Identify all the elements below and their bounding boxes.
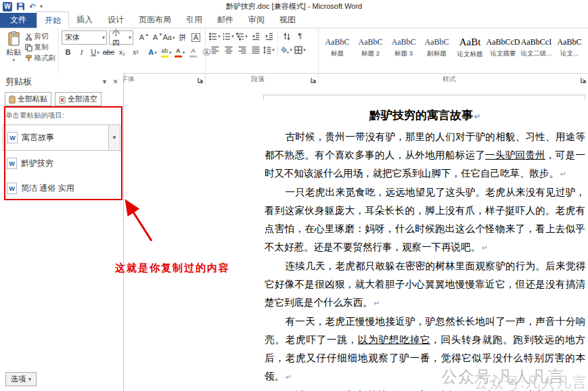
style-name: 标题 2: [361, 49, 380, 58]
clipboard-item-label: 黔驴技穷: [21, 158, 53, 169]
titlebar: W ↶ ▾ 黔驴技穷.doc [兼容模式] - Microsoft Word: [0, 0, 588, 13]
tab-home[interactable]: 开始: [37, 12, 69, 28]
document-paragraphs: 古时候，贵州一带没有驴，那里的人们对于驴的相貌、习性、用途等都不熟悉。有个喜欢多…: [265, 128, 585, 391]
clipboard-item-dropdown-icon[interactable]: ▼: [108, 125, 120, 150]
pane-menu-icon[interactable]: ▼: [101, 78, 108, 85]
tab-insert[interactable]: 插入: [69, 12, 100, 28]
clipboard-item[interactable]: W寓言故事▼: [3, 124, 120, 151]
cut-icon: [25, 33, 32, 41]
copy-icon: [25, 44, 32, 51]
paste-all-icon: [9, 95, 16, 104]
copy-button[interactable]: 复制: [25, 43, 56, 52]
italic-button[interactable]: I: [75, 47, 88, 58]
shrink-font-button[interactable]: A: [149, 32, 162, 43]
style-item[interactable]: AaBbC副标题: [421, 32, 453, 63]
tab-layout[interactable]: 页面布局: [131, 12, 179, 28]
font-dialog-launcher-icon[interactable]: [198, 77, 204, 83]
style-item[interactable]: AaBbC标题: [321, 32, 353, 63]
ribbon-group-paragraph: ¶ 段落: [206, 28, 319, 85]
borders-button[interactable]: [294, 44, 307, 55]
window-title: 黔驴技穷.doc [兼容模式] - Microsoft Word: [0, 1, 588, 12]
format-painter-button[interactable]: 格式刷: [25, 53, 56, 63]
character-shading-button[interactable]: A: [187, 47, 200, 58]
clipboard-item-label: 寓言故事: [22, 132, 54, 143]
bold-button[interactable]: B: [62, 47, 74, 58]
pane-close-icon[interactable]: ×: [113, 77, 118, 87]
style-item[interactable]: AaBt论文标题: [454, 32, 486, 63]
multilevel-list-button[interactable]: [235, 30, 248, 42]
style-preview: AaBbCcI: [521, 37, 551, 47]
justify-button[interactable]: [249, 44, 262, 55]
style-item[interactable]: AaBbCcI论文二级...: [520, 32, 552, 63]
word-logo-icon: W: [3, 2, 12, 12]
text-boundary-tick-left: [263, 95, 264, 99]
subscript-button[interactable]: x₂: [116, 47, 129, 58]
font-size-value: 小四: [112, 28, 127, 48]
ribbon: 粘贴 ▾ 剪切 复制 格式刷 剪贴板: [0, 28, 588, 74]
tab-review[interactable]: 审阅: [241, 12, 272, 28]
clipboard-pane-title: 剪贴板: [5, 76, 32, 88]
word-window: W ↶ ▾ 黔驴技穷.doc [兼容模式] - Microsoft Word 文…: [0, 0, 588, 391]
style-item[interactable]: AaBbC标题 2: [355, 32, 386, 63]
paste-all-label: 全部粘贴: [18, 94, 47, 104]
ribbon-group-styles: AaBbC标题AaBbC标题 2AaBbC标题 3AaBbC副标题AaBt论文标…: [319, 28, 588, 85]
increase-indent-button[interactable]: [263, 30, 275, 42]
font-color-button[interactable]: A: [173, 47, 186, 58]
bullets-button[interactable]: [208, 30, 221, 42]
align-right-button[interactable]: [235, 44, 248, 55]
font-name-combo[interactable]: 宋体: [62, 30, 107, 45]
superscript-button[interactable]: x²: [129, 47, 142, 58]
character-border-button[interactable]: A: [189, 32, 202, 43]
pane-options-button[interactable]: 选项: [5, 372, 37, 386]
cut-button[interactable]: 剪切: [25, 32, 56, 41]
clear-all-icon: [59, 95, 66, 104]
tab-view[interactable]: 视图: [272, 12, 303, 28]
styles-dialog-launcher-icon[interactable]: [581, 77, 587, 83]
ribbon-tabs: 文件开始插入设计页面布局引用邮件审阅视图: [0, 13, 588, 28]
show-paragraph-marks-button[interactable]: ¶: [294, 30, 307, 42]
undo-icon[interactable]: ↶: [29, 3, 36, 11]
tab-references[interactable]: 引用: [179, 12, 210, 28]
align-center-button[interactable]: [222, 44, 235, 55]
change-case-button[interactable]: Aa: [162, 32, 175, 43]
style-preview: AaBbC: [359, 37, 383, 47]
style-name: 标题: [331, 49, 344, 58]
tab-design[interactable]: 设计: [100, 12, 131, 28]
styles-group-label: 样式: [319, 74, 580, 84]
font-size-combo[interactable]: 小四: [109, 30, 133, 45]
clipboard-item[interactable]: W黔驴技穷▼: [3, 151, 120, 176]
style-preview: AaBbC: [325, 37, 350, 47]
save-icon[interactable]: [16, 2, 25, 11]
style-preview: AaBbCcD: [487, 37, 520, 47]
clear-all-button[interactable]: 全部清空: [55, 92, 101, 106]
line-spacing-button[interactable]: [263, 44, 275, 55]
decrease-indent-button[interactable]: [249, 30, 262, 42]
document-area[interactable]: 黔驴技穷的寓言故事 古时候，贵州一带没有驴，那里的人们对于驴的相貌、习性、用途等…: [124, 73, 588, 391]
paragraph-group-label: 段落: [206, 74, 310, 84]
clipboard-pane: 剪贴板 ▼ × 全部粘贴 全部清空 单击要粘贴的项目: W寓言故事▼W黔驴技穷▼…: [0, 73, 124, 391]
numbering-button[interactable]: [222, 30, 235, 42]
underline-button[interactable]: U: [89, 47, 101, 58]
text-effects-button[interactable]: A: [146, 47, 159, 58]
copy-label: 复制: [35, 43, 49, 52]
paragraph-dialog-launcher-icon[interactable]: [311, 77, 317, 83]
paste-button[interactable]: 粘贴 ▾: [3, 30, 25, 75]
document-paragraph: 有一天，老虎正慢慢地接近驴，驴忽然长长地叫了一声，声音十分响亮。老虎吓了一跳，以…: [265, 313, 585, 386]
qat-customize-icon[interactable]: ▾: [40, 3, 43, 9]
pinyin-guide-button[interactable]: 拼: [176, 32, 189, 43]
paste-all-button[interactable]: 全部粘贴: [5, 92, 51, 106]
shading-button[interactable]: [280, 44, 293, 55]
style-item[interactable]: AaBbC论文...: [553, 32, 585, 63]
clipboard-item[interactable]: W简洁 通俗 实用▼: [3, 176, 120, 201]
tab-file[interactable]: 文件: [0, 12, 37, 28]
format-painter-label: 格式刷: [35, 53, 56, 63]
style-item[interactable]: AaBbC标题 3: [388, 32, 420, 63]
align-left-button[interactable]: [208, 44, 221, 55]
sort-button[interactable]: [280, 30, 293, 42]
highlight-color-button[interactable]: ab: [160, 47, 173, 58]
grow-font-button[interactable]: A: [135, 32, 148, 43]
strikethrough-button[interactable]: abc: [102, 47, 115, 58]
tab-mailings[interactable]: 邮件: [210, 12, 241, 28]
style-item[interactable]: AaBbCcD论文摘要: [487, 32, 519, 63]
document-page[interactable]: 黔驴技穷的寓言故事 古时候，贵州一带没有驴，那里的人们对于驴的相貌、习性、用途等…: [258, 81, 588, 391]
